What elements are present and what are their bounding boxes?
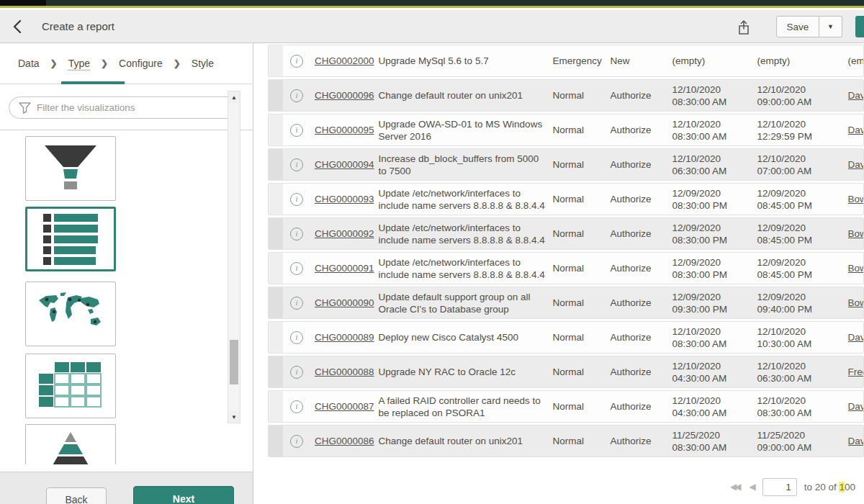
table-row: i CHG0000093 Update /etc/network/interfa…	[268, 183, 864, 215]
info-icon[interactable]: i	[290, 55, 303, 68]
table-row: i CHG0000091 Update /etc/network/interfa…	[268, 252, 864, 284]
change-number-link[interactable]: CHG0000089	[315, 332, 374, 343]
viz-thumbnail-heatmap[interactable]	[25, 354, 116, 418]
state-cell: New	[611, 52, 672, 70]
chevron-right-icon: ❯	[50, 58, 58, 68]
assigned-to-link[interactable]: David Loo	[848, 436, 863, 446]
viz-thumbnail-map[interactable]	[25, 282, 116, 346]
change-number-link[interactable]: CHG0000088	[315, 366, 374, 377]
triangle-down-icon: ▼	[231, 414, 237, 420]
list-chart-icon	[37, 212, 104, 266]
previous-page-button[interactable]: ◀	[747, 480, 755, 493]
pyramid-chart-icon	[37, 431, 104, 464]
info-icon[interactable]: i	[290, 158, 303, 171]
end-date-cell: 12/10/2020 10:30:00 AM	[757, 323, 848, 353]
assigned-to-link[interactable]: Bow Ruggeri	[848, 194, 863, 204]
end-date-cell: 12/09/2020 08:45:00 PM	[757, 184, 848, 215]
heatmap-table-icon	[37, 361, 104, 411]
row-lead-strip	[269, 391, 283, 422]
info-icon[interactable]: i	[290, 297, 303, 310]
priority-cell: Normal	[553, 225, 611, 243]
change-number-link[interactable]: CHG0000095	[315, 125, 374, 135]
start-date-cell: 12/10/2020 04:30:00 AM	[672, 357, 757, 387]
info-icon[interactable]: i	[290, 228, 303, 240]
row-lead-strip	[269, 253, 283, 284]
scroll-down-button[interactable]: ▼	[228, 411, 240, 423]
start-date-cell: 12/09/2020 08:30:00 PM	[672, 184, 757, 215]
priority-cell: Emergency	[553, 52, 611, 70]
state-cell: Authorize	[611, 86, 672, 104]
primary-action-button[interactable]	[855, 16, 864, 37]
chevron-down-icon: ▼	[827, 23, 834, 30]
short-description-cell: Upgrade NY RAC to Oracle 12c	[379, 363, 553, 381]
end-date-cell: 12/10/2020 06:30:00 AM	[757, 357, 848, 387]
assigned-to-link[interactable]: Bow Ruggeri	[848, 263, 863, 274]
info-icon[interactable]: i	[290, 262, 303, 275]
short-description-cell: Deploy new Cisco Catalyst 4500	[379, 328, 553, 346]
next-button[interactable]: Next	[133, 486, 234, 504]
table-row: i CHG0000094 Increase db_block_buffers f…	[268, 148, 864, 181]
assigned-to-link[interactable]: David Loo	[848, 90, 863, 101]
change-number-link[interactable]: CHG0000091	[315, 263, 374, 274]
row-lead-strip	[269, 184, 283, 215]
change-number-link[interactable]: CHG0000092	[315, 228, 374, 239]
table-row: i CHG0000089 Deploy new Cisco Catalyst 4…	[268, 321, 864, 354]
info-icon[interactable]: i	[290, 435, 303, 448]
change-number-link[interactable]: CHG0000087	[315, 401, 374, 412]
change-number-link[interactable]: CHG0000094	[315, 159, 374, 170]
scrollbar-thumb[interactable]	[230, 340, 238, 384]
state-cell: Authorize	[611, 190, 672, 208]
highlighted-digit: 1	[839, 482, 845, 492]
priority-cell: Normal	[553, 328, 611, 346]
info-icon[interactable]: i	[290, 400, 303, 413]
step-style[interactable]: Style	[191, 56, 215, 71]
viz-thumbnail-pyramid[interactable]	[25, 424, 116, 464]
short-description-cell: Change default router on unix201	[379, 432, 553, 450]
assigned-to-link[interactable]: David Loo	[848, 401, 863, 412]
assigned-to-link[interactable]: Fred Luddy	[848, 366, 863, 377]
assigned-to-cell: Bow Ruggeri	[848, 294, 863, 312]
assigned-to-link[interactable]: David Loo	[848, 332, 863, 343]
world-map-icon	[35, 290, 107, 338]
filter-visualizations-input[interactable]	[9, 96, 239, 119]
back-button[interactable]: Back	[46, 487, 107, 504]
page-number-input[interactable]	[762, 478, 797, 496]
scroll-up-button[interactable]: ▲	[228, 91, 240, 103]
change-number-link[interactable]: CHG0000086	[315, 436, 374, 446]
change-number-link[interactable]: CHG0000090	[315, 297, 374, 308]
step-type[interactable]: Type	[68, 56, 91, 71]
wizard-steps: Data ❯ Type ❯ Configure ❯ Style	[0, 43, 253, 84]
assigned-to-link[interactable]: Bow Ruggeri	[848, 228, 863, 239]
step-data[interactable]: Data	[17, 56, 40, 71]
table-row: i CHG0000096 Change default router on un…	[268, 79, 864, 112]
pagination-range-text: to 20 of 100	[804, 482, 855, 492]
viz-list-scrollbar[interactable]: ▲ ▼	[228, 91, 240, 423]
state-cell: Authorize	[611, 121, 672, 139]
info-icon[interactable]: i	[290, 331, 303, 344]
end-date-cell: 12/09/2020 09:40:00 PM	[757, 288, 848, 318]
viz-thumbnail-list[interactable]	[25, 207, 116, 271]
save-dropdown-button[interactable]: ▼	[819, 16, 842, 37]
assigned-to-link[interactable]: Bow Ruggeri	[848, 297, 863, 308]
change-number-link[interactable]: CHG0000093	[315, 194, 374, 204]
assigned-to-link[interactable]: David Loo	[848, 159, 863, 170]
viz-thumbnail-funnel[interactable]	[25, 136, 116, 201]
share-button[interactable]	[737, 17, 759, 37]
end-date-cell: 12/09/2020 08:45:00 PM	[757, 219, 848, 249]
assigned-to-link[interactable]: David Loo	[848, 125, 863, 135]
row-lead-strip	[269, 356, 283, 387]
row-lead-strip	[269, 45, 283, 76]
double-arrow-left-icon: ◀◀	[730, 482, 739, 492]
report-wizard-panel: Data ❯ Type ❯ Configure ❯ Style	[0, 43, 253, 504]
change-number-link[interactable]: CHG0000096	[315, 90, 374, 101]
back-arrow-button[interactable]	[12, 17, 32, 36]
info-icon[interactable]: i	[290, 89, 303, 102]
visualization-type-list	[0, 130, 253, 464]
info-icon[interactable]: i	[290, 124, 303, 137]
change-number-link[interactable]: CHG0002000	[315, 55, 374, 66]
info-icon[interactable]: i	[290, 366, 303, 379]
first-page-button[interactable]: ◀◀	[729, 480, 740, 493]
info-icon[interactable]: i	[290, 193, 303, 206]
step-configure[interactable]: Configure	[118, 56, 163, 71]
save-button[interactable]: Save	[776, 16, 819, 37]
